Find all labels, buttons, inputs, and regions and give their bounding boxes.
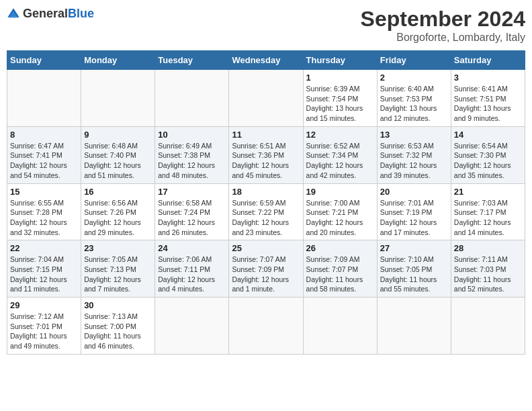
- day-number: 1: [306, 73, 374, 83]
- day-number: 17: [158, 187, 226, 197]
- calendar-cell: 24Sunrise: 7:06 AMSunset: 7:11 PMDayligh…: [155, 240, 229, 298]
- day-info: Sunrise: 7:06 AMSunset: 7:11 PMDaylight:…: [158, 255, 226, 294]
- calendar-cell: 19Sunrise: 7:00 AMSunset: 7:21 PMDayligh…: [303, 183, 377, 240]
- day-info: Sunrise: 6:40 AMSunset: 7:53 PMDaylight:…: [380, 84, 448, 124]
- day-number: 8: [10, 130, 78, 140]
- day-number: 16: [84, 187, 152, 197]
- day-info: Sunrise: 7:11 AMSunset: 7:03 PMDaylight:…: [454, 255, 522, 294]
- week-row-3: 15Sunrise: 6:55 AMSunset: 7:28 PMDayligh…: [7, 183, 525, 240]
- calendar-cell: [303, 298, 377, 355]
- calendar-cell: 30Sunrise: 7:13 AMSunset: 7:00 PMDayligh…: [81, 298, 155, 355]
- calendar-cell: 16Sunrise: 6:56 AMSunset: 7:26 PMDayligh…: [81, 183, 155, 240]
- logo-text: GeneralBlue: [23, 7, 94, 21]
- calendar-table: SundayMondayTuesdayWednesdayThursdayFrid…: [7, 50, 525, 355]
- week-row-2: 8Sunrise: 6:47 AMSunset: 7:41 PMDaylight…: [7, 126, 525, 183]
- calendar-cell: [377, 298, 451, 355]
- day-number: 11: [232, 130, 300, 140]
- calendar-cell: 28Sunrise: 7:11 AMSunset: 7:03 PMDayligh…: [451, 240, 525, 298]
- day-info: Sunrise: 6:39 AMSunset: 7:54 PMDaylight:…: [306, 84, 374, 124]
- calendar-cell: [7, 70, 81, 127]
- day-info: Sunrise: 6:51 AMSunset: 7:36 PMDaylight:…: [232, 141, 300, 181]
- logo: GeneralBlue: [7, 7, 94, 21]
- day-number: 22: [10, 243, 78, 253]
- day-number: 12: [306, 130, 374, 140]
- day-number: 23: [84, 243, 152, 253]
- calendar-cell: 21Sunrise: 7:03 AMSunset: 7:17 PMDayligh…: [451, 183, 525, 240]
- logo-general: General: [23, 7, 68, 20]
- calendar-cell: 22Sunrise: 7:04 AMSunset: 7:15 PMDayligh…: [7, 240, 81, 298]
- day-info: Sunrise: 7:03 AMSunset: 7:17 PMDaylight:…: [454, 198, 522, 238]
- header-sunday: Sunday: [7, 51, 81, 70]
- day-number: 30: [84, 300, 152, 310]
- calendar-cell: [229, 70, 303, 127]
- calendar-cell: 27Sunrise: 7:10 AMSunset: 7:05 PMDayligh…: [377, 240, 451, 298]
- day-info: Sunrise: 7:00 AMSunset: 7:21 PMDaylight:…: [306, 198, 374, 238]
- header-thursday: Thursday: [303, 51, 377, 70]
- header-monday: Monday: [81, 51, 155, 70]
- calendar-cell: 26Sunrise: 7:09 AMSunset: 7:07 PMDayligh…: [303, 240, 377, 298]
- day-info: Sunrise: 6:56 AMSunset: 7:26 PMDaylight:…: [84, 198, 152, 238]
- day-number: 14: [454, 130, 522, 140]
- calendar-cell: [155, 298, 229, 355]
- calendar-cell: 25Sunrise: 7:07 AMSunset: 7:09 PMDayligh…: [229, 240, 303, 298]
- day-number: 28: [454, 243, 522, 253]
- day-info: Sunrise: 6:41 AMSunset: 7:51 PMDaylight:…: [454, 84, 522, 124]
- day-info: Sunrise: 6:49 AMSunset: 7:38 PMDaylight:…: [158, 141, 226, 181]
- calendar-cell: 23Sunrise: 7:05 AMSunset: 7:13 PMDayligh…: [81, 240, 155, 298]
- day-info: Sunrise: 7:10 AMSunset: 7:05 PMDaylight:…: [380, 255, 448, 294]
- calendar-cell: 29Sunrise: 7:12 AMSunset: 7:01 PMDayligh…: [7, 298, 81, 355]
- day-info: Sunrise: 6:52 AMSunset: 7:34 PMDaylight:…: [306, 141, 374, 181]
- day-info: Sunrise: 6:54 AMSunset: 7:30 PMDaylight:…: [454, 141, 522, 181]
- day-info: Sunrise: 6:53 AMSunset: 7:32 PMDaylight:…: [380, 141, 448, 181]
- day-info: Sunrise: 6:55 AMSunset: 7:28 PMDaylight:…: [10, 198, 78, 238]
- day-number: 26: [306, 243, 374, 253]
- calendar-cell: [81, 70, 155, 127]
- calendar-cell: 11Sunrise: 6:51 AMSunset: 7:36 PMDayligh…: [229, 126, 303, 183]
- calendar-cell: 14Sunrise: 6:54 AMSunset: 7:30 PMDayligh…: [451, 126, 525, 183]
- day-info: Sunrise: 7:13 AMSunset: 7:00 PMDaylight:…: [84, 312, 152, 351]
- day-number: 3: [454, 73, 522, 83]
- day-info: Sunrise: 7:07 AMSunset: 7:09 PMDaylight:…: [232, 255, 300, 294]
- day-number: 25: [232, 243, 300, 253]
- header-friday: Friday: [377, 51, 451, 70]
- day-number: 29: [10, 300, 78, 310]
- day-info: Sunrise: 7:04 AMSunset: 7:15 PMDaylight:…: [10, 255, 78, 294]
- week-row-4: 22Sunrise: 7:04 AMSunset: 7:15 PMDayligh…: [7, 240, 525, 298]
- day-number: 15: [10, 187, 78, 197]
- day-number: 13: [380, 130, 448, 140]
- day-number: 24: [158, 243, 226, 253]
- week-row-5: 29Sunrise: 7:12 AMSunset: 7:01 PMDayligh…: [7, 298, 525, 355]
- calendar-cell: 1Sunrise: 6:39 AMSunset: 7:54 PMDaylight…: [303, 70, 377, 127]
- day-number: 19: [306, 187, 374, 197]
- calendar-cell: [451, 298, 525, 355]
- header-tuesday: Tuesday: [155, 51, 229, 70]
- day-number: 20: [380, 187, 448, 197]
- day-number: 9: [84, 130, 152, 140]
- day-info: Sunrise: 6:58 AMSunset: 7:24 PMDaylight:…: [158, 198, 226, 238]
- header-wednesday: Wednesday: [229, 51, 303, 70]
- location-title: Borgoforte, Lombardy, Italy: [361, 32, 525, 44]
- calendar-cell: 8Sunrise: 6:47 AMSunset: 7:41 PMDaylight…: [7, 126, 81, 183]
- day-number: 27: [380, 243, 448, 253]
- month-title: September 2024: [361, 7, 525, 32]
- day-info: Sunrise: 7:09 AMSunset: 7:07 PMDaylight:…: [306, 255, 374, 294]
- calendar-cell: 10Sunrise: 6:49 AMSunset: 7:38 PMDayligh…: [155, 126, 229, 183]
- logo-icon: [7, 7, 20, 21]
- calendar-cell: 2Sunrise: 6:40 AMSunset: 7:53 PMDaylight…: [377, 70, 451, 127]
- calendar-header-row: SundayMondayTuesdayWednesdayThursdayFrid…: [7, 51, 525, 70]
- day-number: 21: [454, 187, 522, 197]
- calendar-cell: 3Sunrise: 6:41 AMSunset: 7:51 PMDaylight…: [451, 70, 525, 127]
- day-info: Sunrise: 6:47 AMSunset: 7:41 PMDaylight:…: [10, 141, 78, 181]
- logo-blue: Blue: [68, 7, 94, 20]
- calendar-cell: 20Sunrise: 7:01 AMSunset: 7:19 PMDayligh…: [377, 183, 451, 240]
- calendar-cell: [229, 298, 303, 355]
- calendar-cell: [155, 70, 229, 127]
- page-header: GeneralBlue September 2024 Borgoforte, L…: [7, 7, 525, 44]
- calendar-cell: 13Sunrise: 6:53 AMSunset: 7:32 PMDayligh…: [377, 126, 451, 183]
- day-info: Sunrise: 7:12 AMSunset: 7:01 PMDaylight:…: [10, 312, 78, 351]
- calendar-cell: 9Sunrise: 6:48 AMSunset: 7:40 PMDaylight…: [81, 126, 155, 183]
- week-row-1: 1Sunrise: 6:39 AMSunset: 7:54 PMDaylight…: [7, 70, 525, 127]
- day-info: Sunrise: 6:59 AMSunset: 7:22 PMDaylight:…: [232, 198, 300, 238]
- header-saturday: Saturday: [451, 51, 525, 70]
- calendar-cell: 17Sunrise: 6:58 AMSunset: 7:24 PMDayligh…: [155, 183, 229, 240]
